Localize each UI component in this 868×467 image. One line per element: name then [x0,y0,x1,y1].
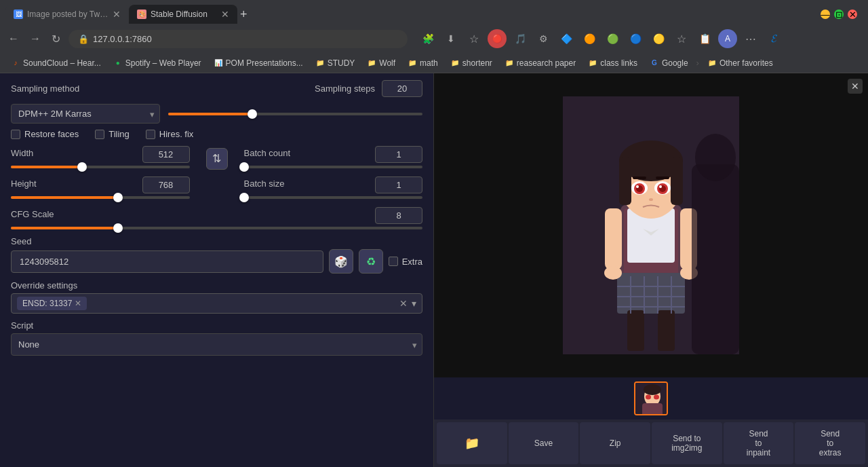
bookmark-star-icon[interactable]: ☆ [672,29,691,48]
tab2-close[interactable]: ✕ [221,9,229,20]
minimize-button[interactable]: — [821,10,830,19]
bookmark-soundcloud[interactable]: ♪ SoundCloud – Hear... [5,56,106,70]
width-input[interactable] [142,146,190,163]
star-icon[interactable]: ☆ [465,29,484,48]
sampling-steps-thumb[interactable] [248,109,257,119]
ext1-icon[interactable]: 🎵 [511,29,530,48]
seed-recycle-button[interactable]: ♻ [359,249,383,274]
swap-dimensions-button[interactable]: ⇅ [206,148,228,170]
send-img2img-button[interactable]: Send to img2img [652,422,722,464]
class-icon: 📁 [588,58,597,68]
bookmark-study[interactable]: 📁 STUDY [310,56,361,70]
cfg-scale-thumb[interactable] [113,223,123,233]
height-section: Height [11,176,190,202]
bookmark-research[interactable]: 📁 reasearch paper [499,56,581,70]
more-menu-icon[interactable]: ⋯ [741,29,760,48]
batch-count-slider[interactable] [244,166,423,168]
folder-icon: 📁 [465,436,479,451]
bookmark-wolf[interactable]: 📁 Wolf [361,56,401,70]
batch-size-section: Batch size [244,176,423,202]
override-input-area[interactable]: ENSD: 31337 ✕ ✕ ▾ [11,293,422,314]
bookmark-wolf-label: Wolf [379,58,395,68]
url-bar[interactable]: 🔒 127.0.0.1:7860 [68,30,408,48]
cfg-scale-row: CFG Scale [11,207,422,229]
maximize-button[interactable]: ⊡ [834,10,844,19]
override-clear-button[interactable]: ✕ [399,298,408,309]
main-content: Sampling method Sampling steps DPM++ 2M … [0,73,868,467]
tab2-favicon: 🎨 [137,10,146,19]
image-close-button[interactable]: ✕ [848,79,863,94]
svg-point-14 [636,185,639,188]
bookmark-spotify[interactable]: ● Spotify – Web Player [108,56,207,70]
tab-1[interactable]: 🖼 Image posted by TwoMoreTimes... ✕ [5,5,129,24]
bookmark-shortener[interactable]: 📁 shortenr [445,56,498,70]
ext4-icon[interactable]: 🟠 [580,29,599,48]
tab-2[interactable]: 🎨 Stable Diffusion ✕ [129,5,237,24]
height-input[interactable] [142,176,190,193]
reading-list-icon[interactable]: 📋 [695,29,714,48]
seed-input[interactable] [11,250,323,273]
width-thumb[interactable] [77,162,87,172]
edge-icon[interactable]: 𝓔 [764,29,783,48]
hires-fix-checkbox[interactable]: Hires. fix [146,129,194,139]
tab1-favicon: 🖼 [14,10,23,19]
ext5-icon[interactable]: 🟢 [603,29,622,48]
ext7-icon[interactable]: 🟡 [649,29,668,48]
svg-rect-19 [633,176,646,179]
new-tab-button[interactable]: + [240,7,248,22]
bookmark-spotify-label: Spotify – Web Player [125,58,201,68]
sampling-method-select[interactable]: DPM++ 2M Karras [11,104,160,124]
zip-button[interactable]: Zip [580,422,650,464]
height-slider[interactable] [11,196,190,199]
restore-faces-checkbox[interactable]: Restore faces [11,129,79,139]
ext6-icon[interactable]: 🔵 [626,29,645,48]
bookmark-pom-label: POM Presentations... [226,58,303,68]
restore-faces-box [11,130,20,139]
wolf-icon: 📁 [367,58,376,68]
ext2-icon[interactable]: ⚙ [534,29,553,48]
sampling-steps-fill [168,113,252,115]
ext3-icon[interactable]: 🔷 [557,29,576,48]
cfg-scale-input[interactable] [375,207,422,224]
height-batchsize-row: Height Batch size [11,176,422,202]
bookmark-math[interactable]: 📁 math [402,56,443,70]
bookmark-google[interactable]: G Google [644,56,694,70]
extra-checkbox[interactable]: Extra [389,257,422,267]
override-tag-close[interactable]: ✕ [75,299,81,308]
cfg-scale-slider[interactable] [11,227,422,229]
refresh-button[interactable]: ↻ [49,30,63,48]
send-inpaint-button[interactable]: Send to inpaint [724,422,794,464]
batch-size-thumb[interactable] [239,193,249,202]
sampling-steps-slider[interactable] [168,113,422,115]
profile-avatar[interactable]: A [718,29,737,48]
bookmark-other[interactable]: 📁 Other favorites [702,56,778,70]
batch-count-input[interactable] [375,146,422,163]
back-button[interactable]: ← [5,30,22,48]
sampling-steps-label: Sampling steps [315,83,375,94]
research-icon: 📁 [505,58,514,68]
tiling-checkbox[interactable]: Tiling [95,129,130,139]
bookmark-class[interactable]: 📁 class links [583,56,643,70]
batch-size-input[interactable] [375,176,422,193]
forward-button[interactable]: → [27,30,43,48]
folder-button[interactable]: 📁 [437,422,507,464]
batch-count-thumb[interactable] [239,162,249,172]
sampling-steps-input[interactable] [382,80,422,97]
svg-point-40 [654,395,659,400]
close-button[interactable]: ✕ [848,10,857,19]
save-button[interactable]: Save [509,422,579,464]
script-select[interactable]: None [11,333,422,356]
width-slider[interactable] [11,166,190,168]
height-thumb[interactable] [113,193,123,202]
thumbnail-1[interactable] [634,381,668,415]
override-dropdown-button[interactable]: ▾ [412,298,416,309]
send-extras-button[interactable]: Send to extras [795,422,865,464]
tab1-close[interactable]: ✕ [113,9,121,20]
tab-search-icon[interactable]: 🔴 [488,29,507,48]
extensions-icon[interactable]: 🧩 [418,29,437,48]
bookmark-pom[interactable]: 📊 POM Presentations... [208,56,309,70]
batch-size-slider[interactable] [244,196,423,199]
download-icon[interactable]: ⬇ [441,29,460,48]
batch-size-label: Batch size [244,179,285,189]
seed-random-button[interactable]: 🎲 [329,249,353,274]
